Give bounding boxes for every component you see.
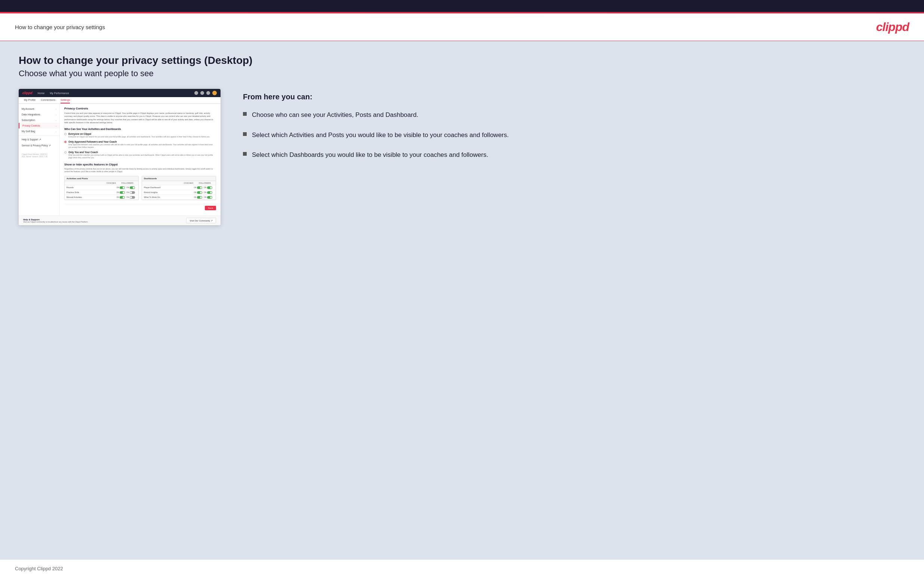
sidebar-item-data-integrations: Data Integrations › [19,112,60,117]
info-panel: From here you can: Choose who can see yo… [243,89,905,160]
info-list: Choose who can see your Activities, Post… [243,110,905,160]
mock-radio-group: Everyone on Clippd Everyone on Clippd ca… [64,132,216,159]
mock-tabs: My Profile Connections Settings [19,97,221,104]
radio-everyone-button [64,133,66,135]
mock-visibility-title: Who Can See Your Activities and Dashboar… [64,128,216,131]
mock-save-button[interactable]: Save [205,206,216,210]
bullet-icon-3 [243,152,247,156]
mock-nav-home: Home [38,92,45,95]
info-list-item-2: Select which Activities and Posts you wo… [243,131,905,140]
dashboards-row-what-to-work: What To Work On ON ON [142,195,216,200]
chevron-right-icon: › [56,125,57,127]
mock-navbar: clippd Home My Performance [19,89,221,97]
mock-show-hide-desc: Regardless of the privacy controls that … [64,168,216,173]
mock-sidebar: My Account › Data Integrations › Subscri… [19,104,60,216]
bell-icon [200,91,204,95]
activities-row-drills: Practice Drills ON ON [65,190,138,195]
content-row: clippd Home My Performance My Profile Co… [19,89,905,225]
dashboards-table: Dashboards COACHES FOLLOWERS Player Dash… [142,176,216,200]
info-panel-heading: From here you can: [243,93,905,101]
radio-approved: Only Approved Followers and Your Coach O… [64,140,216,148]
activities-table-subheader: COACHES FOLLOWERS [65,181,138,185]
mock-description: Control how you and your data appears to… [64,112,216,124]
page-heading: How to change your privacy settings (Des… [19,55,905,66]
sidebar-version: Clippd Client Version: 2022.8.2SQL Serve… [19,152,60,159]
sidebar-item-service-privacy: Service & Privacy Policy ↗ [19,143,60,148]
chevron-right-icon: › [56,131,57,132]
dashboards-table-header: Dashboards [142,176,216,181]
sidebar-item-subscription: Subscription › [19,117,60,123]
chevron-right-icon: › [56,108,57,110]
chevron-right-icon: › [56,119,57,121]
avatar-icon [212,91,217,95]
activities-row-manual: Manual Activities ON ON [65,195,138,200]
activities-row-rounds: Rounds ON ON [65,185,138,190]
sidebar-item-help-support: Help & Support ↗ [19,137,60,143]
bullet-icon-2 [243,132,247,136]
page-browser-title: How to change your privacy settings [15,24,105,30]
mock-section-title: Privacy Controls [64,107,216,110]
chevron-right-icon: › [56,114,57,116]
sidebar-item-my-account: My Account › [19,106,60,112]
dashboards-row-round-insights: Round Insights ON ON [142,190,216,195]
dashboards-table-subheader: COACHES FOLLOWERS [142,181,216,185]
info-text-2: Select which Activities and Posts you wo… [252,131,509,140]
mock-nav-performance: My Performance [50,92,69,95]
top-bar [0,0,924,13]
footer-copyright: Copyright Clippd 2022 [15,566,63,571]
top-bar-accent [0,12,924,13]
sidebar-item-my-golf-bag: My Golf Bag › [19,129,60,134]
mock-main-area: Privacy Controls Control how you and you… [60,104,221,216]
info-list-item-1: Choose who can see your Activities, Post… [243,110,905,120]
mock-body: My Account › Data Integrations › Subscri… [19,104,221,216]
mock-logo: clippd [23,91,32,95]
main-content: How to change your privacy settings (Des… [0,41,924,559]
mock-help-section: Help & Support Visit our Clippd communit… [19,216,221,225]
search-icon [194,91,198,95]
header: How to change your privacy settings clip… [0,13,924,41]
settings-icon [206,91,210,95]
radio-approved-button [64,141,66,143]
activities-table-header: Activities and Posts [65,176,138,181]
mock-tables-row: Activities and Posts COACHES FOLLOWERS R… [64,176,216,200]
bullet-icon-1 [243,112,247,116]
radio-only-you: Only You and Your Coach Only you and the… [64,151,216,159]
page-subheading: Choose what you want people to see [19,69,905,79]
footer: Copyright Clippd 2022 [0,559,924,577]
radio-everyone: Everyone on Clippd Everyone on Clippd ca… [64,132,216,138]
radio-only-you-button [64,151,66,153]
mock-visit-community-button[interactable]: Visit Our Community ↗ [186,218,216,223]
info-text-1: Choose who can see your Activities, Post… [252,110,418,120]
activities-table: Activities and Posts COACHES FOLLOWERS R… [64,176,139,200]
mock-save-row: Save [64,204,216,213]
clippd-logo: clippd [876,20,909,34]
sidebar-item-privacy-controls: Privacy Controls › [19,123,60,129]
mock-help-desc: Visit our Clippd community to troublesho… [23,221,88,223]
mock-nav-icons [194,91,217,95]
screenshot-mockup: clippd Home My Performance My Profile Co… [19,89,221,225]
tab-my-profile: My Profile [24,98,36,103]
sidebar-divider [19,135,60,135]
mock-show-hide-title: Show or hide specific features in Clippd [64,163,216,166]
tab-connections: Connections [41,98,55,103]
tab-settings: Settings [61,98,70,103]
dashboards-row-player: Player Dashboard ON ON [142,185,216,190]
info-text-3: Select which Dashboards you would like t… [252,150,488,160]
info-list-item-3: Select which Dashboards you would like t… [243,150,905,160]
